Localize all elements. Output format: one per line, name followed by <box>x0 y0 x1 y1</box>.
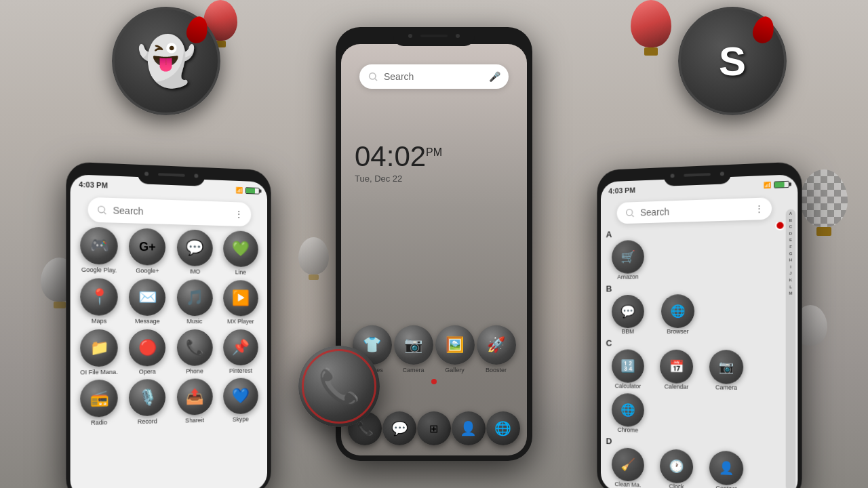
app-phone-label: Phone <box>186 367 203 375</box>
amazon-icon: 🛒 <box>612 240 644 274</box>
contact-label: Contact <box>715 485 736 488</box>
center-search-bar[interactable]: Search 🎤 <box>359 64 509 89</box>
app-browser[interactable]: 🌐 Browser <box>655 294 701 336</box>
center-camera-label: Camera <box>402 367 424 374</box>
center-booster-label: Booster <box>486 367 507 374</box>
app-calendar[interactable]: 📅 Calendar <box>654 349 699 390</box>
section-d-apps: 🧹 Clean Ma. 🕐 Clock 👤 Contact <box>601 447 784 488</box>
right-phone-notch <box>663 169 730 186</box>
viber-float-icon[interactable]: 📞 <box>298 346 380 427</box>
left-phone: 4:03 PM 📶 Search ⋮ 🎮 Google <box>66 161 271 488</box>
app-bbm[interactable]: 💬 BBM <box>606 294 650 335</box>
balloon-red-right <box>631 0 671 56</box>
dock-apps[interactable]: ⊞ <box>417 411 451 445</box>
app-amazon[interactable]: 🛒 Amazon <box>606 240 650 281</box>
svg-point-4 <box>627 209 633 216</box>
app-pinterest[interactable]: 📌 Pinterest <box>219 329 262 375</box>
right-search-bar[interactable]: Search ⋮ <box>617 197 772 224</box>
app-clean-master[interactable]: 🧹 Clean Ma. <box>606 447 650 488</box>
left-search-bar[interactable]: Search ⋮ <box>88 197 252 227</box>
amazon-label: Amazon <box>617 273 639 281</box>
left-phone-screen: 4:03 PM 📶 Search ⋮ 🎮 Google <box>71 174 267 488</box>
app-message-label: Message <box>135 318 160 325</box>
app-maps[interactable]: 📍 Maps <box>76 278 122 325</box>
app-phone[interactable]: 📞 Phone <box>172 329 216 375</box>
right-alpha-scrollbar[interactable]: A B C D E F G H I J K L M <box>786 209 796 488</box>
svg-line-5 <box>632 215 634 217</box>
app-mx-player-label: MX Player <box>227 318 254 325</box>
app-shareit[interactable]: 📤 Shareit <box>172 379 216 426</box>
app-google-play[interactable]: 🎮 Google Play. <box>76 226 122 274</box>
app-line-label: Line <box>235 269 246 277</box>
left-search-options[interactable]: ⋮ <box>235 209 243 220</box>
svg-line-1 <box>104 212 106 214</box>
app-contact[interactable]: 👤 Contact <box>703 450 749 488</box>
right-search-text: Search <box>640 203 749 218</box>
dock-browser[interactable]: 🌐 <box>486 411 520 445</box>
right-status-icons: 📶 <box>764 181 789 189</box>
app-imo[interactable]: 💬 IMO <box>172 229 216 276</box>
section-b: B 💬 BBM 🌐 Browser <box>601 279 784 336</box>
app-file-manager-label: OI File Mana. <box>80 368 118 376</box>
center-time: 04:02PM <box>355 142 442 171</box>
app-skype[interactable]: 💙 Skype <box>219 378 262 424</box>
calendar-icon: 📅 <box>660 349 693 383</box>
app-shareit-label: Shareit <box>185 417 204 424</box>
app-line[interactable]: 💚 Line <box>219 230 262 277</box>
center-ampm: PM <box>426 146 442 158</box>
center-app-gallery[interactable]: 🖼️ Gallery <box>435 325 475 374</box>
chrome-label: Chrome <box>618 426 639 434</box>
app-google-plus[interactable]: G+ Google+ <box>125 228 170 275</box>
skype-symbol: S <box>719 38 746 85</box>
amazon-notification <box>775 222 783 230</box>
app-radio-label: Radio <box>91 419 107 427</box>
app-radio[interactable]: 📻 Radio <box>76 380 122 427</box>
app-google-play-label: Google Play. <box>81 266 117 274</box>
app-message[interactable]: ✉️ Message <box>125 279 170 325</box>
camera-icon: 📷 <box>709 350 743 384</box>
right-app-sections: A 🛒 Amazon B 💬 BBM <box>601 222 784 488</box>
section-b-letter: B <box>601 279 784 295</box>
app-file-manager[interactable]: 📁 OI File Mana. <box>76 329 122 375</box>
left-search-icon <box>96 204 107 216</box>
section-c-letter: C <box>601 335 784 350</box>
svg-point-0 <box>98 206 105 213</box>
calculator-label: Calculator <box>615 382 642 390</box>
skype-icon[interactable]: S <box>678 7 787 115</box>
app-calculator[interactable]: 🔢 Calculator <box>606 349 650 390</box>
clock-label: Clock <box>669 483 684 488</box>
app-chrome[interactable]: 🌐 Chrome <box>606 393 650 434</box>
center-date: Tue, Dec 22 <box>355 174 442 184</box>
snapchat-icon[interactable]: 👻 <box>112 7 220 115</box>
app-music[interactable]: 🎵 Music <box>172 279 216 325</box>
dock-messages[interactable]: 💬 <box>382 411 416 445</box>
app-opera[interactable]: 🔴 Opera <box>125 329 170 376</box>
section-c-apps: 🔢 Calculator 📅 Calendar 📷 Camera 🌐 Chrom… <box>601 349 784 439</box>
app-opera-label: Opera <box>139 368 156 375</box>
app-camera[interactable]: 📷 Camera <box>703 350 749 392</box>
left-phone-notch <box>138 169 205 186</box>
center-page-dot <box>431 379 437 384</box>
center-mic-icon[interactable]: 🎤 <box>489 71 500 82</box>
contact-icon: 👤 <box>709 451 743 486</box>
app-record[interactable]: 🎙️ Record <box>125 379 170 426</box>
app-clock[interactable]: 🕐 Clock <box>654 449 699 488</box>
app-mx-player[interactable]: ▶️ MX Player <box>219 280 262 325</box>
right-search-options[interactable]: ⋮ <box>755 204 763 214</box>
center-app-booster[interactable]: 🚀 Booster <box>477 325 516 374</box>
center-app-camera[interactable]: 📷 Camera <box>394 325 433 374</box>
center-clock: 04:02PM Tue, Dec 22 <box>355 142 442 184</box>
right-phone-screen: 4:03 PM 📶 Search ⋮ A B C D E F G <box>601 174 797 488</box>
section-d: D 🧹 Clean Ma. 🕐 Clock 👤 Contact <box>601 433 784 488</box>
center-gallery-label: Gallery <box>445 367 465 374</box>
browser-icon: 🌐 <box>661 294 694 328</box>
center-search-icon <box>368 71 378 82</box>
chrome-icon: 🌐 <box>612 393 644 427</box>
calendar-label: Calendar <box>665 383 689 390</box>
app-google-plus-label: Google+ <box>136 267 159 274</box>
bbm-icon: 💬 <box>612 295 644 328</box>
right-search-icon <box>625 207 635 218</box>
dock-contacts[interactable]: 👤 <box>452 411 486 445</box>
bbm-label: BBM <box>622 328 635 336</box>
svg-line-3 <box>375 79 377 81</box>
